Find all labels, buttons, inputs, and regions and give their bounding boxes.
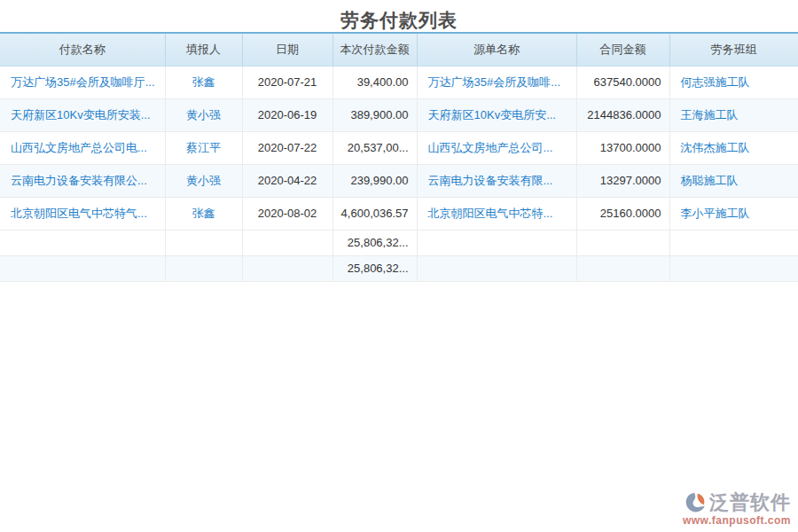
table-row: 北京朝阳区电气中芯特气... 张鑫 2020-08-02 4,600,036.5…	[0, 197, 798, 230]
amount-cell: 4,600,036.57	[332, 197, 417, 230]
labor-payment-table: 付款名称 填报人 日期 本次付款金额 源单名称 合同金额 劳务班组 万达广场35…	[0, 32, 798, 282]
payment-name-link[interactable]: 云南电力设备安装有限公...	[11, 174, 147, 187]
date-cell: 2020-04-22	[242, 164, 332, 197]
date-cell: 2020-08-02	[242, 197, 332, 230]
payment-name-link[interactable]: 山西弘文房地产总公司电...	[11, 141, 147, 154]
payment-name-link[interactable]: 北京朝阳区电气中芯特气...	[11, 207, 147, 220]
header-date: 日期	[242, 33, 332, 66]
header-source-name: 源单名称	[417, 33, 576, 66]
amount-cell: 20,537,00...	[332, 131, 417, 164]
contract-amount-cell: 25160.0000	[576, 197, 669, 230]
contract-amount-cell: 13297.0000	[576, 164, 669, 197]
table-header: 付款名称 填报人 日期 本次付款金额 源单名称 合同金额 劳务班组	[0, 33, 798, 66]
filler-link[interactable]: 黄小强	[186, 174, 221, 187]
header-amount: 本次付款金额	[332, 33, 417, 66]
contract-amount-cell: 2144836.0000	[576, 98, 669, 131]
table-row: 天府新区10Kv变电所安装... 黄小强 2020-06-19 389,900.…	[0, 98, 798, 131]
header-filler: 填报人	[165, 33, 242, 66]
subtotal-row: 25,806,32...	[0, 230, 798, 255]
table-row: 山西弘文房地产总公司电... 蔡江平 2020-07-22 20,537,00.…	[0, 131, 798, 164]
total-row: 25,806,32...	[0, 255, 798, 281]
table-row: 云南电力设备安装有限公... 黄小强 2020-04-22 239,990.00…	[0, 164, 798, 197]
team-link[interactable]: 杨聪施工队	[681, 174, 739, 187]
date-cell: 2020-07-22	[242, 131, 332, 164]
header-team: 劳务班组	[669, 33, 798, 66]
amount-cell: 389,900.00	[332, 98, 417, 131]
payment-name-link[interactable]: 万达广场35#会所及咖啡厅...	[11, 75, 155, 89]
source-name-link[interactable]: 云南电力设备安装有限...	[428, 174, 553, 187]
filler-link[interactable]: 蔡江平	[186, 141, 221, 154]
team-link[interactable]: 沈伟杰施工队	[681, 141, 750, 154]
team-link[interactable]: 何志强施工队	[681, 75, 750, 89]
table-row: 万达广场35#会所及咖啡厅... 张鑫 2020-07-21 39,400.00…	[0, 66, 798, 98]
team-link[interactable]: 李小平施工队	[681, 207, 750, 220]
brand-website-link[interactable]: www.fanpusoft.com	[683, 514, 791, 527]
amount-cell: 39,400.00	[332, 66, 417, 98]
team-link[interactable]: 王海施工队	[681, 108, 739, 121]
fanpusoft-logo[interactable]: 泛普软件 www.fanpusoft.com	[683, 489, 791, 527]
header-contract-amount: 合同金额	[576, 33, 669, 66]
fanpusoft-logo-icon	[683, 490, 708, 515]
source-name-link[interactable]: 天府新区10Kv变电所安...	[428, 108, 556, 121]
filler-link[interactable]: 黄小强	[186, 108, 221, 121]
payment-name-link[interactable]: 天府新区10Kv变电所安装...	[11, 108, 150, 121]
contract-amount-cell: 13700.0000	[576, 131, 669, 164]
source-name-link[interactable]: 北京朝阳区电气中芯特...	[428, 207, 553, 220]
brand-name: 泛普软件	[709, 489, 791, 516]
source-name-link[interactable]: 万达广场35#会所及咖啡...	[428, 75, 561, 89]
date-cell: 2020-06-19	[242, 98, 332, 131]
source-name-link[interactable]: 山西弘文房地产总公司...	[428, 141, 553, 154]
total-amount-cell: 25,806,32...	[332, 255, 417, 281]
filler-link[interactable]: 张鑫	[192, 207, 215, 220]
date-cell: 2020-07-21	[242, 66, 332, 98]
header-payment-name: 付款名称	[0, 33, 165, 66]
amount-cell: 239,990.00	[332, 164, 417, 197]
subtotal-amount-cell: 25,806,32...	[332, 230, 417, 255]
contract-amount-cell: 637540.0000	[576, 66, 669, 98]
filler-link[interactable]: 张鑫	[192, 75, 215, 89]
page-title: 劳务付款列表	[0, 0, 798, 32]
